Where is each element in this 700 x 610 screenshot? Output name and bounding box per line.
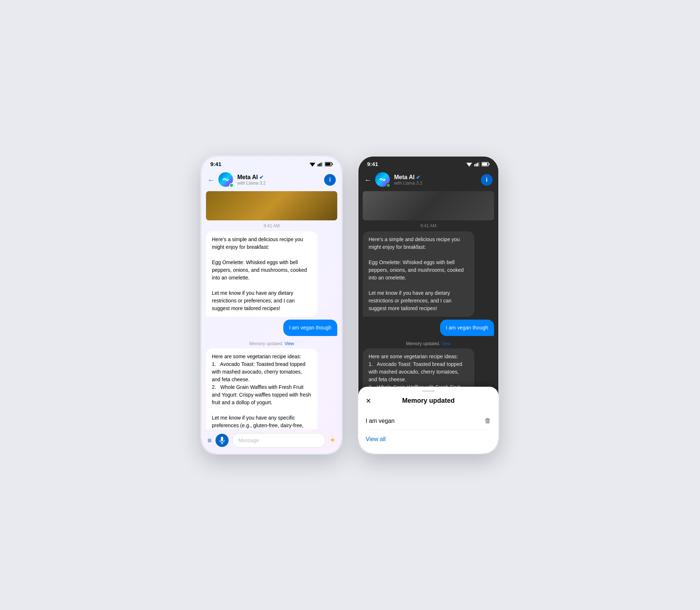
meta-logo-icon [222,175,230,184]
meta-avatar-right [375,172,390,188]
mic-button-left[interactable] [215,434,229,447]
user-message-row-right: I am vegan though [363,320,494,339]
svg-rect-3 [318,164,319,166]
modal-close-button[interactable]: ✕ [366,397,371,405]
memory-view-link-left[interactable]: View [284,341,294,346]
header-sub-left: with Llama 3.2 [237,181,320,186]
ai-bubble-1-left: Here's a simple and delicious recipe you… [206,231,318,317]
input-bar-left: ≡ Message ✦ [202,429,342,453]
time-label-left: 9:41 AM [206,223,337,228]
meta-avatar-left [218,172,234,188]
svg-rect-9 [332,163,333,165]
back-button-right[interactable]: ← [364,176,372,184]
svg-rect-23 [489,163,490,165]
memory-modal: ✕ Memory updated I am vegan 🗑 View all [358,387,498,453]
input-placeholder-left: Message [238,437,259,443]
sparkle-icon-left[interactable]: ✦ [329,436,336,445]
online-indicator-left [229,183,234,188]
chat-header-right: ← Meta AI ✔ with Llama 3.2 [358,169,498,191]
wifi-icon-right [466,162,472,166]
svg-rect-19 [477,163,478,166]
status-bar-right: 9:41 [358,157,498,169]
status-icons-right [466,162,490,166]
status-icons-left [310,162,333,166]
modal-drag-handle [422,390,435,392]
header-name-left: Meta AI ✔ [237,174,320,181]
back-button-left[interactable]: ← [207,176,215,184]
phones-container: 9:41 ← [201,155,499,455]
status-time-right: 9:41 [367,161,378,167]
battery-icon [325,162,333,166]
phone-left: 9:41 ← [201,155,343,455]
user-message-row-left: I am vegan though [206,320,337,339]
info-button-right[interactable]: i [481,174,493,186]
memory-view-link-right[interactable]: View [441,341,451,346]
message-input-left[interactable]: Message [232,433,326,448]
svg-rect-4 [319,163,320,166]
ai-bubble-2-left: Here are some vegetarian recipe ideas: 1… [206,348,318,429]
header-name-right: Meta AI ✔ [394,174,477,181]
image-preview-right [363,191,494,220]
phone-right: 9:41 ← [357,155,499,455]
hamburger-icon-left[interactable]: ≡ [207,436,212,445]
image-preview-left [206,191,337,220]
time-label-right: 9:41 AM [363,223,494,228]
meta-logo-icon-right [378,175,386,184]
svg-rect-17 [474,164,475,166]
memory-note-left: Memory updated. View [206,341,337,346]
header-text-left: Meta AI ✔ with Llama 3.2 [237,174,320,186]
info-button-left[interactable]: i [324,174,336,186]
battery-icon-right [482,162,490,166]
status-bar-left: 9:41 [202,157,342,169]
memory-note-right: Memory updated. View [363,341,494,346]
signal-icon-right [474,162,479,166]
svg-rect-20 [479,162,479,166]
signal-icon [318,162,323,166]
svg-rect-5 [320,163,322,166]
verified-badge-right: ✔ [416,174,420,180]
delete-memory-button[interactable]: 🗑 [485,417,491,425]
svg-rect-6 [322,162,323,166]
wifi-icon [310,162,315,166]
modal-header: ✕ Memory updated [366,397,491,405]
header-text-right: Meta AI ✔ with Llama 3.2 [394,174,477,186]
svg-rect-8 [326,163,331,165]
svg-rect-18 [476,163,477,166]
chat-header-left: ← Meta AI ✔ w [202,169,342,191]
ai-bubble-1-right: Here's a simple and delicious recipe you… [363,231,474,317]
chat-scroll-left: 9:41 AM Here's a simple and delicious re… [202,191,342,429]
online-indicator-right [386,183,390,188]
verified-badge-left: ✔ [259,174,264,180]
modal-title: Memory updated [402,397,455,405]
user-bubble-right: I am vegan though [440,320,494,336]
header-sub-right: with Llama 3.2 [394,181,477,186]
ai-message-row-1-left: Here's a simple and delicious recipe you… [206,231,337,320]
memory-item-row: I am vegan 🗑 [366,412,491,430]
user-bubble-left: I am vegan though [283,320,337,336]
svg-rect-22 [482,163,487,165]
svg-rect-11 [221,437,223,441]
ai-message-row-2-left: Here are some vegetarian recipe ideas: 1… [206,348,337,429]
ai-message-row-1-right: Here's a simple and delicious recipe you… [363,231,494,320]
view-all-memories-link[interactable]: View all [366,436,491,443]
mic-icon-left [219,437,225,444]
status-time-left: 9:41 [210,161,221,167]
memory-item-text: I am vegan [366,418,394,424]
